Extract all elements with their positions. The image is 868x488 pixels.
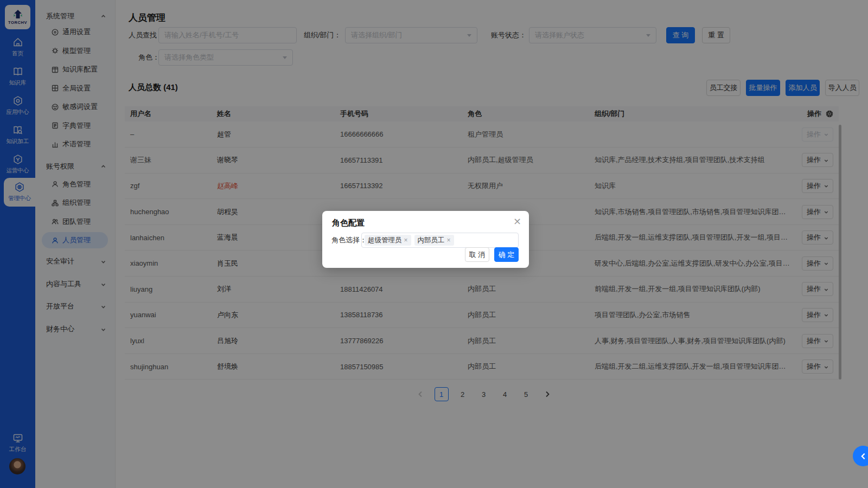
role-tag: 超级管理员×	[365, 235, 411, 246]
tag-remove-icon[interactable]: ×	[447, 236, 451, 244]
cancel-button[interactable]: 取 消	[465, 247, 489, 262]
modal-title: 角色配置	[332, 218, 365, 228]
role-config-modal: 角色配置 × 角色选择： 超级管理员×内部员工× 取 消 确 定	[322, 211, 529, 268]
chevron-left-icon	[860, 453, 867, 460]
role-tag-label: 内部员工	[418, 236, 445, 245]
role-tags-input[interactable]: 超级管理员×内部员工×	[361, 233, 519, 248]
close-icon[interactable]: ×	[513, 215, 521, 227]
role-tag-label: 超级管理员	[368, 236, 402, 245]
tag-remove-icon[interactable]: ×	[404, 236, 408, 244]
role-tag: 内部员工×	[414, 235, 454, 246]
confirm-button[interactable]: 确 定	[494, 247, 519, 262]
